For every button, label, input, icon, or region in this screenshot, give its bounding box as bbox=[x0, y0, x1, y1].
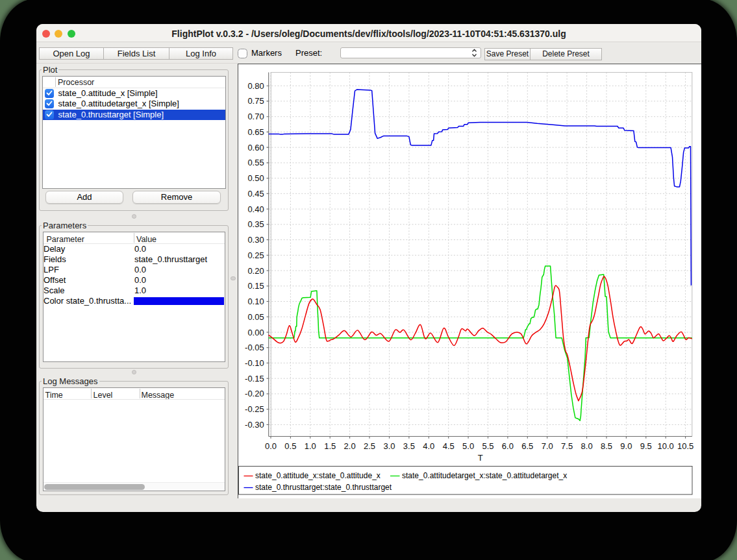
svg-text:-0.10: -0.10 bbox=[245, 358, 264, 368]
svg-text:5.0: 5.0 bbox=[462, 441, 474, 451]
svg-text:0.50: 0.50 bbox=[247, 173, 264, 183]
svg-text:9.0: 9.0 bbox=[620, 441, 632, 451]
svg-text:0.55: 0.55 bbox=[247, 158, 264, 167]
svg-text:0.35: 0.35 bbox=[247, 219, 264, 229]
svg-text:T: T bbox=[478, 453, 483, 463]
svg-text:-0.15: -0.15 bbox=[245, 374, 264, 383]
svg-text:6.5: 6.5 bbox=[521, 441, 533, 451]
svg-text:6.0: 6.0 bbox=[502, 441, 514, 451]
svg-text:-0.20: -0.20 bbox=[245, 389, 264, 398]
svg-text:9.5: 9.5 bbox=[640, 441, 652, 451]
svg-text:0.65: 0.65 bbox=[247, 127, 264, 137]
svg-text:4.0: 4.0 bbox=[423, 441, 434, 451]
svg-text:0.05: 0.05 bbox=[247, 312, 264, 322]
svg-text:-0.30: -0.30 bbox=[245, 420, 264, 430]
svg-text:8.5: 8.5 bbox=[601, 441, 612, 451]
svg-text:8.0: 8.0 bbox=[581, 441, 593, 451]
svg-text:0.60: 0.60 bbox=[247, 143, 264, 152]
svg-text:5.5: 5.5 bbox=[482, 441, 493, 451]
svg-text:state_0.attitudetarget_x:state: state_0.attitudetarget_x:state_0.attitud… bbox=[402, 471, 567, 480]
svg-text:0.15: 0.15 bbox=[247, 281, 264, 291]
svg-text:-0.25: -0.25 bbox=[245, 404, 264, 414]
svg-text:0.80: 0.80 bbox=[247, 81, 264, 91]
svg-text:state_0.thrusttarget:state_0.t: state_0.thrusttarget:state_0.thrusttarge… bbox=[255, 483, 392, 492]
svg-text:1.5: 1.5 bbox=[324, 441, 336, 451]
svg-text:0.70: 0.70 bbox=[247, 112, 264, 121]
svg-text:7.0: 7.0 bbox=[542, 441, 553, 451]
svg-text:0.40: 0.40 bbox=[247, 204, 264, 214]
svg-text:0.25: 0.25 bbox=[247, 250, 264, 260]
svg-text:0.30: 0.30 bbox=[247, 235, 264, 245]
svg-text:10.5: 10.5 bbox=[677, 441, 693, 451]
svg-text:0.45: 0.45 bbox=[247, 189, 264, 199]
svg-text:2.5: 2.5 bbox=[364, 441, 375, 451]
svg-text:3.0: 3.0 bbox=[383, 441, 395, 451]
svg-text:0.0: 0.0 bbox=[265, 441, 277, 451]
svg-text:3.5: 3.5 bbox=[403, 441, 415, 451]
svg-text:0.5: 0.5 bbox=[284, 441, 296, 451]
svg-text:1.0: 1.0 bbox=[305, 441, 316, 451]
svg-text:-0.05: -0.05 bbox=[245, 343, 264, 352]
svg-text:2.0: 2.0 bbox=[344, 441, 356, 451]
svg-text:0.10: 0.10 bbox=[247, 297, 264, 306]
svg-text:state_0.attitude_x:state_0.att: state_0.attitude_x:state_0.attitude_x bbox=[255, 471, 381, 480]
svg-text:7.5: 7.5 bbox=[561, 441, 573, 451]
svg-text:4.5: 4.5 bbox=[443, 441, 455, 451]
svg-text:10.0: 10.0 bbox=[658, 441, 674, 451]
svg-text:0.75: 0.75 bbox=[247, 96, 264, 106]
svg-text:0.20: 0.20 bbox=[247, 266, 264, 276]
svg-text:0.00: 0.00 bbox=[247, 328, 264, 337]
